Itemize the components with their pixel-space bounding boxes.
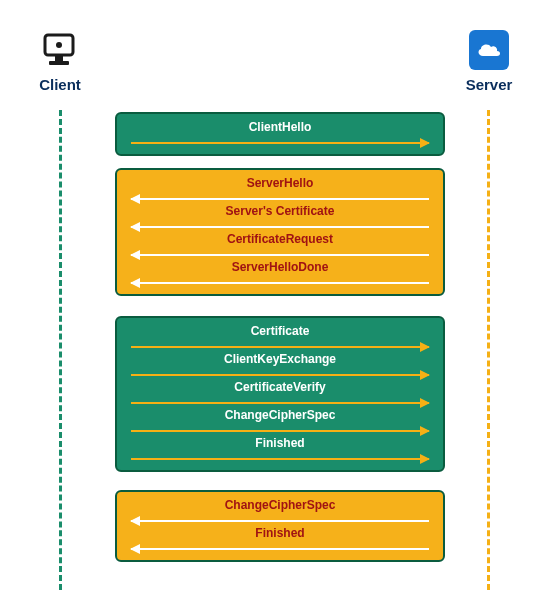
- message-block-3: ChangeCipherSpecFinished: [115, 490, 445, 562]
- message-row: CertificateVerify: [129, 380, 431, 408]
- message-row: ChangeCipherSpec: [129, 408, 431, 436]
- arrow-left-icon: [131, 254, 429, 256]
- message-label: ChangeCipherSpec: [225, 498, 336, 514]
- endpoint-client-label: Client: [25, 76, 95, 93]
- arrow-left-icon: [131, 282, 429, 284]
- endpoint-server: Server: [454, 30, 524, 93]
- lifeline-client: [59, 110, 62, 590]
- message-block-0: ClientHello: [115, 112, 445, 156]
- arrow-right-icon: [131, 142, 429, 144]
- desktop-icon: [40, 30, 80, 70]
- message-label: ChangeCipherSpec: [225, 408, 336, 424]
- arrow-left-icon: [131, 520, 429, 522]
- arrow-left-icon: [131, 198, 429, 200]
- message-label: Certificate: [251, 324, 310, 340]
- message-label: ServerHelloDone: [232, 260, 329, 276]
- message-label: ClientKeyExchange: [224, 352, 336, 368]
- arrow-right-icon: [131, 374, 429, 376]
- sequence-diagram: Client Server ClientHelloServerHelloServ…: [25, 30, 524, 590]
- arrow-right-icon: [131, 458, 429, 460]
- message-label: ServerHello: [247, 176, 314, 192]
- message-row: ClientKeyExchange: [129, 352, 431, 380]
- message-label: Finished: [255, 436, 304, 452]
- endpoint-server-label: Server: [454, 76, 524, 93]
- message-block-2: CertificateClientKeyExchangeCertificateV…: [115, 316, 445, 472]
- message-row: ChangeCipherSpec: [129, 498, 431, 526]
- message-label: CertificateVerify: [234, 380, 325, 396]
- message-row: Finished: [129, 436, 431, 464]
- message-label: Finished: [255, 526, 304, 542]
- arrow-right-icon: [131, 430, 429, 432]
- svg-rect-2: [55, 55, 63, 61]
- message-row: ClientHello: [129, 120, 431, 148]
- cloud-icon: [469, 30, 509, 70]
- message-row: Finished: [129, 526, 431, 554]
- svg-rect-3: [49, 61, 69, 65]
- message-label: ClientHello: [249, 120, 312, 136]
- message-block-1: ServerHelloServer's CertificateCertifica…: [115, 168, 445, 296]
- arrow-left-icon: [131, 548, 429, 550]
- svg-point-1: [56, 42, 62, 48]
- message-row: Certificate: [129, 324, 431, 352]
- lifeline-server: [487, 110, 490, 590]
- message-row: ServerHello: [129, 176, 431, 204]
- message-row: Server's Certificate: [129, 204, 431, 232]
- arrow-left-icon: [131, 226, 429, 228]
- message-label: Server's Certificate: [226, 204, 335, 220]
- arrow-right-icon: [131, 346, 429, 348]
- message-row: ServerHelloDone: [129, 260, 431, 288]
- arrow-right-icon: [131, 402, 429, 404]
- message-row: CertificateRequest: [129, 232, 431, 260]
- endpoint-client: Client: [25, 30, 95, 93]
- message-label: CertificateRequest: [227, 232, 333, 248]
